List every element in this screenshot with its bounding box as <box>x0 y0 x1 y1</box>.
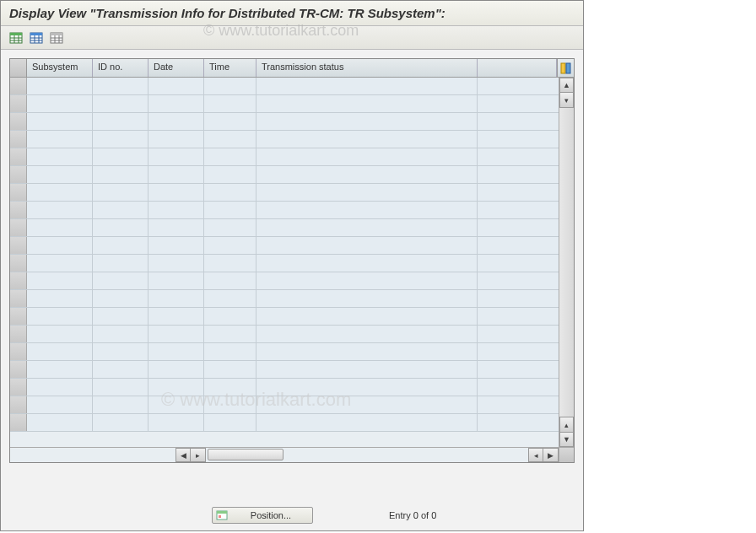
cell-time[interactable] <box>204 290 256 307</box>
cell-idno[interactable] <box>93 202 148 218</box>
cell-status[interactable] <box>256 290 478 307</box>
column-header-time[interactable]: Time <box>204 59 256 77</box>
cell-idno[interactable] <box>93 272 148 289</box>
cell-subsystem[interactable] <box>27 272 93 289</box>
row-selector[interactable] <box>10 78 27 94</box>
cell-time[interactable] <box>204 308 256 325</box>
cell-time[interactable] <box>204 414 256 431</box>
cell-idno[interactable] <box>93 379 148 396</box>
scroll-down-step-button[interactable]: ▴ <box>559 417 574 432</box>
cell-subsystem[interactable] <box>27 255 93 272</box>
cell-date[interactable] <box>148 272 204 289</box>
cell-date[interactable] <box>148 148 204 165</box>
cell-time[interactable] <box>204 202 256 218</box>
select-all-header[interactable] <box>10 59 27 77</box>
cell-time[interactable] <box>204 326 256 342</box>
row-selector[interactable] <box>10 237 27 254</box>
position-button[interactable]: Position... <box>212 507 313 524</box>
row-selector[interactable] <box>10 131 27 148</box>
cell-status[interactable] <box>256 131 478 148</box>
scroll-up-step-button[interactable]: ▾ <box>559 93 574 108</box>
row-selector[interactable] <box>10 290 27 307</box>
cell-idno[interactable] <box>93 148 148 165</box>
row-selector[interactable] <box>10 361 27 378</box>
cell-subsystem[interactable] <box>27 166 93 183</box>
cell-date[interactable] <box>148 414 204 431</box>
row-selector[interactable] <box>10 308 27 325</box>
cell-time[interactable] <box>204 361 256 378</box>
cell-time[interactable] <box>204 255 256 272</box>
row-selector[interactable] <box>10 326 27 342</box>
cell-idno[interactable] <box>93 414 148 431</box>
cell-subsystem[interactable] <box>27 326 93 342</box>
cell-status[interactable] <box>256 78 478 94</box>
cell-time[interactable] <box>204 379 256 396</box>
cell-idno[interactable] <box>93 308 148 325</box>
cell-idno[interactable] <box>93 95 148 112</box>
cell-subsystem[interactable] <box>27 396 93 413</box>
cell-time[interactable] <box>204 396 256 413</box>
cell-status[interactable] <box>256 343 478 360</box>
column-header-subsystem[interactable]: Subsystem <box>27 59 93 77</box>
cell-idno[interactable] <box>93 396 148 413</box>
vertical-scrollbar[interactable]: ▲ ▾ ▴ ▼ <box>559 78 574 447</box>
cell-date[interactable] <box>148 78 204 94</box>
cell-subsystem[interactable] <box>27 113 93 130</box>
cell-time[interactable] <box>204 184 256 201</box>
cell-idno[interactable] <box>93 255 148 272</box>
cell-idno[interactable] <box>93 131 148 148</box>
cell-time[interactable] <box>204 148 256 165</box>
cell-status[interactable] <box>256 166 478 183</box>
cell-date[interactable] <box>148 379 204 396</box>
cell-status[interactable] <box>256 219 478 236</box>
cell-status[interactable] <box>256 326 478 342</box>
cell-subsystem[interactable] <box>27 343 93 360</box>
cell-status[interactable] <box>256 237 478 254</box>
cell-subsystem[interactable] <box>27 361 93 378</box>
hscroll-left-button[interactable]: ▸ <box>191 448 206 462</box>
cell-idno[interactable] <box>93 343 148 360</box>
row-selector[interactable] <box>10 95 27 112</box>
cell-subsystem[interactable] <box>27 184 93 201</box>
cell-time[interactable] <box>204 219 256 236</box>
cell-date[interactable] <box>148 131 204 148</box>
cell-time[interactable] <box>204 78 256 94</box>
cell-subsystem[interactable] <box>27 78 93 94</box>
cell-date[interactable] <box>148 184 204 201</box>
cell-date[interactable] <box>148 361 204 378</box>
row-selector[interactable] <box>10 166 27 183</box>
row-selector[interactable] <box>10 255 27 272</box>
cell-idno[interactable] <box>93 166 148 183</box>
cell-subsystem[interactable] <box>27 131 93 148</box>
scroll-track[interactable] <box>559 108 574 417</box>
cell-subsystem[interactable] <box>27 95 93 112</box>
cell-subsystem[interactable] <box>27 308 93 325</box>
cell-date[interactable] <box>148 95 204 112</box>
cell-subsystem[interactable] <box>27 290 93 307</box>
cell-time[interactable] <box>204 272 256 289</box>
row-selector[interactable] <box>10 272 27 289</box>
table-settings-button[interactable] <box>557 59 574 77</box>
hscroll-left-end-button[interactable]: ◀ <box>176 448 191 462</box>
cell-status[interactable] <box>256 184 478 201</box>
column-header-status[interactable]: Transmission status <box>256 59 478 77</box>
hscroll-thumb[interactable] <box>208 449 284 460</box>
cell-subsystem[interactable] <box>27 148 93 165</box>
cell-subsystem[interactable] <box>27 219 93 236</box>
cell-date[interactable] <box>148 166 204 183</box>
hscroll-right-button[interactable]: ◂ <box>528 448 543 462</box>
cell-status[interactable] <box>256 272 478 289</box>
row-selector[interactable] <box>10 148 27 165</box>
cell-time[interactable] <box>204 166 256 183</box>
cell-date[interactable] <box>148 326 204 342</box>
row-selector[interactable] <box>10 219 27 236</box>
hscroll-track[interactable] <box>206 448 326 462</box>
cell-status[interactable] <box>256 414 478 431</box>
row-selector[interactable] <box>10 343 27 360</box>
cell-idno[interactable] <box>93 184 148 201</box>
toolbar-table-gray-icon[interactable] <box>48 30 65 46</box>
cell-time[interactable] <box>204 113 256 130</box>
cell-status[interactable] <box>256 379 478 396</box>
row-selector[interactable] <box>10 113 27 130</box>
cell-date[interactable] <box>148 113 204 130</box>
